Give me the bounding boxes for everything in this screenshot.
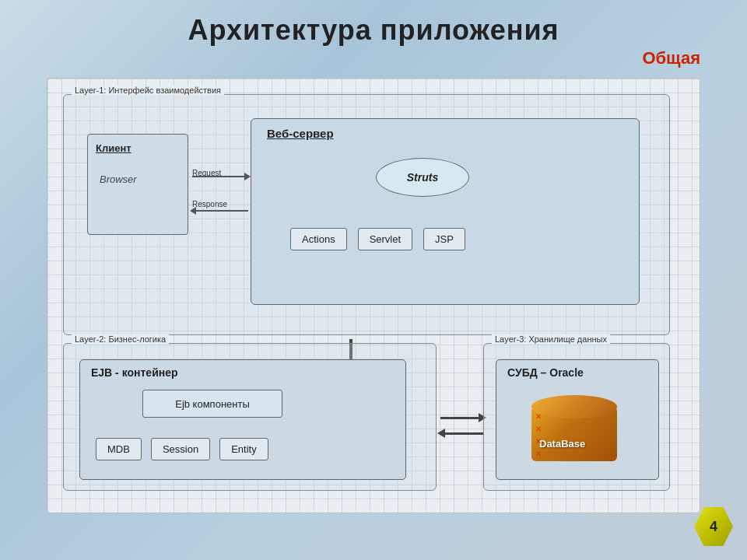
servlet-box: Servlet [358, 228, 412, 250]
response-label: Response [192, 200, 227, 208]
jsp-box: JSP [423, 228, 465, 250]
struts-oval: Struts [376, 158, 469, 197]
diagram-wrapper: Layer-1: Интерфейс взаимодействия Клиент… [47, 78, 700, 513]
db-cylinder: DataBase ✕✕✕✕ [531, 395, 617, 465]
session-box: Session [151, 438, 210, 460]
mdb-box: MDB [96, 438, 142, 460]
request-arrow [192, 176, 248, 177]
layer3-label: Layer-3: Хранилище данных [492, 334, 610, 344]
dbms-label: СУБД – Oracle [507, 366, 584, 379]
layer1: Layer-1: Интерфейс взаимодействия Клиент… [63, 94, 670, 335]
x-marks: ✕✕✕✕ [535, 411, 542, 460]
ejb-box: EJB - контейнер Ejb компоненты MDB Sessi… [79, 359, 406, 480]
arrow-from-dbms [440, 432, 483, 435]
layer3: Layer-3: Хранилище данных СУБД – Oracle … [483, 343, 670, 491]
webserver-label: Веб-сервер [267, 127, 334, 140]
ejb-bottom-boxes: MDB Session Entity [96, 438, 268, 460]
actions-box: Actions [290, 228, 347, 250]
entity-box: Entity [219, 438, 268, 460]
layer2: Layer-2: Бизнес-логика EJB - контейнер E… [63, 343, 437, 491]
page-title: Архитектура приложения [0, 0, 747, 47]
client-label: Клиент [96, 142, 132, 154]
dbms-box: СУБД – Oracle DataBase ✕✕✕✕ [496, 359, 659, 480]
browser-label: Browser [100, 173, 137, 185]
webserver-bottom-boxes: Actions Servlet JSP [290, 228, 465, 250]
db-cylinder-top [531, 395, 617, 418]
page-badge: 4 [694, 507, 733, 546]
arrow-to-dbms [440, 417, 483, 419]
response-arrow [192, 210, 248, 212]
layer2-label: Layer-2: Бизнес-логика [72, 334, 169, 344]
client-box: Клиент Browser [87, 134, 188, 235]
db-label: DataBase [539, 438, 585, 450]
webserver-box: Веб-сервер Struts Actions Servlet JSP [251, 118, 640, 305]
layer1-label: Layer-1: Интерфейс взаимодействия [72, 86, 224, 95]
page-subtitle: Общая [0, 48, 747, 68]
ejb-label: EJB - контейнер [91, 366, 178, 379]
ejb-components-box: Ejb компоненты [142, 390, 282, 418]
